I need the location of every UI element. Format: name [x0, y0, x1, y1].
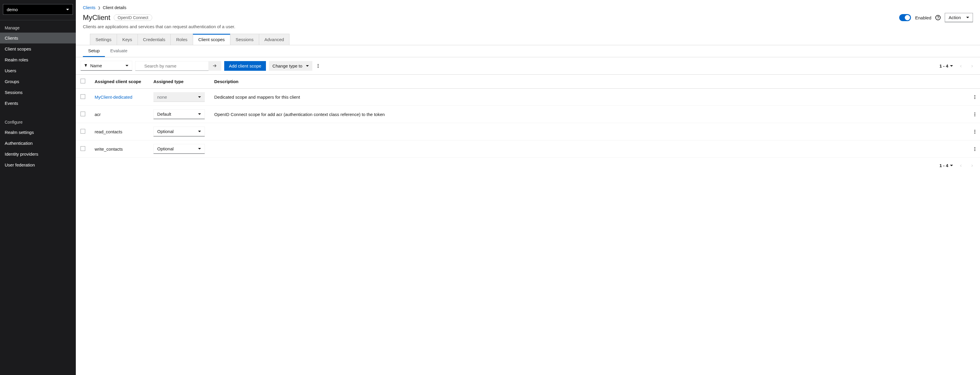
- prev-page-button[interactable]: ‹: [958, 63, 964, 69]
- toolbar: Name Add client scope Change type to: [76, 57, 980, 75]
- table-row: read_contacts Optional: [76, 123, 980, 140]
- next-page-button[interactable]: ›: [969, 63, 975, 69]
- change-type-dropdown[interactable]: Change type to: [269, 61, 312, 71]
- tab-settings[interactable]: Settings: [90, 34, 117, 45]
- chevron-down-icon: [198, 96, 201, 98]
- sidebar-item-authentication[interactable]: Authentication: [0, 138, 76, 149]
- toolbar-left: Name Add client scope Change type to: [81, 61, 321, 74]
- add-client-scope-button[interactable]: Add client scope: [224, 61, 266, 71]
- tab-roles[interactable]: Roles: [170, 34, 192, 45]
- sidebar-item-identity-providers[interactable]: Identity providers: [0, 149, 76, 159]
- enabled-label: Enabled: [915, 15, 931, 20]
- change-type-label: Change type to: [272, 64, 302, 68]
- chevron-down-icon: [126, 65, 129, 66]
- row-checkbox[interactable]: [81, 94, 85, 99]
- breadcrumb-current: Client details: [103, 5, 126, 10]
- chevron-down-icon: [198, 131, 201, 132]
- toolbar-right: 1 - 4 ‹ ›: [939, 63, 975, 69]
- sidebar: demo Manage Clients Client scopes Realm …: [0, 0, 76, 375]
- footer-pagination: 1 - 4 ‹ ›: [76, 158, 980, 173]
- page-header: Clients ❯ Client details MyClient OpenID…: [76, 0, 980, 33]
- page-info: 1 - 4: [939, 163, 948, 168]
- sidebar-item-client-scopes[interactable]: Client scopes: [0, 43, 76, 54]
- row-kebab-menu[interactable]: [974, 95, 975, 99]
- col-header-scope: Assigned client scope: [90, 75, 149, 89]
- chevron-right-icon: ❯: [98, 6, 100, 10]
- page-info: 1 - 4: [939, 64, 948, 68]
- row-kebab-menu[interactable]: [974, 147, 975, 151]
- scope-link[interactable]: MyClient-dedicated: [95, 95, 132, 100]
- title-right: Enabled ? Action: [899, 13, 973, 22]
- sidebar-item-realm-settings[interactable]: Realm settings: [0, 127, 76, 138]
- filter-icon: [84, 64, 88, 68]
- search-input[interactable]: [135, 61, 208, 71]
- chevron-down-icon: [966, 17, 969, 18]
- sidebar-item-groups[interactable]: Groups: [0, 76, 76, 87]
- table-row: acr Default OpenID Connect scope for add…: [76, 106, 980, 123]
- nav-section-configure: Configure: [0, 114, 76, 127]
- realm-name: demo: [7, 7, 18, 12]
- sidebar-item-realm-roles[interactable]: Realm roles: [0, 54, 76, 65]
- assigned-type-select[interactable]: Optional: [153, 127, 205, 137]
- chevron-down-icon: [950, 165, 953, 166]
- prev-page-button[interactable]: ‹: [958, 162, 964, 168]
- toolbar-kebab-menu[interactable]: [315, 62, 321, 70]
- chevron-down-icon: [198, 148, 201, 149]
- chevron-down-icon: [66, 9, 69, 10]
- client-scopes-table: Assigned client scope Assigned type Desc…: [76, 75, 980, 158]
- realm-selector[interactable]: demo: [3, 4, 73, 15]
- breadcrumb-link-clients[interactable]: Clients: [83, 5, 95, 10]
- row-kebab-menu[interactable]: [974, 130, 975, 133]
- filter-attribute-select[interactable]: Name: [81, 61, 132, 71]
- page-description: Clients are applications and services th…: [83, 24, 973, 29]
- chevron-down-icon: [950, 65, 953, 67]
- secondary-tabs: Setup Evaluate: [76, 45, 980, 57]
- main-content: Clients ❯ Client details MyClient OpenID…: [76, 0, 980, 375]
- page-title: MyClient: [83, 14, 110, 22]
- scope-description: [210, 123, 970, 140]
- sidebar-item-user-federation[interactable]: User federation: [0, 159, 76, 170]
- action-dropdown[interactable]: Action: [945, 13, 973, 22]
- chevron-down-icon: [198, 113, 201, 115]
- select-all-checkbox[interactable]: [81, 79, 85, 83]
- assigned-type-select[interactable]: Default: [153, 109, 205, 119]
- enabled-toggle[interactable]: [899, 14, 911, 21]
- page-info-dropdown[interactable]: 1 - 4: [939, 64, 953, 68]
- next-page-button[interactable]: ›: [969, 162, 975, 168]
- protocol-badge: OpenID Connect: [114, 14, 152, 21]
- row-checkbox[interactable]: [81, 129, 85, 133]
- breadcrumb: Clients ❯ Client details: [83, 5, 973, 10]
- col-header-type: Assigned type: [149, 75, 210, 89]
- nav-section-manage: Manage: [0, 20, 76, 33]
- action-label: Action: [948, 15, 961, 20]
- scope-name: read_contacts: [90, 123, 149, 140]
- subtab-evaluate[interactable]: Evaluate: [105, 45, 132, 57]
- row-kebab-menu[interactable]: [974, 113, 975, 116]
- table-row: MyClient-dedicated none Dedicated scope …: [76, 89, 980, 106]
- scope-description: Dedicated scope and mappers for this cli…: [210, 89, 970, 106]
- row-checkbox[interactable]: [81, 111, 85, 116]
- help-icon[interactable]: ?: [935, 15, 940, 20]
- sidebar-item-users[interactable]: Users: [0, 65, 76, 76]
- col-header-desc: Description: [210, 75, 970, 89]
- sidebar-item-sessions[interactable]: Sessions: [0, 87, 76, 98]
- sidebar-item-events[interactable]: Events: [0, 98, 76, 109]
- filter-label: Name: [90, 63, 102, 68]
- assigned-type-select[interactable]: none: [153, 92, 205, 102]
- page-info-dropdown[interactable]: 1 - 4: [939, 163, 953, 168]
- arrow-right-icon: [213, 64, 217, 68]
- tab-keys[interactable]: Keys: [117, 34, 137, 45]
- row-checkbox[interactable]: [81, 146, 85, 151]
- search-submit-button[interactable]: [208, 61, 221, 71]
- tab-client-scopes[interactable]: Client scopes: [193, 34, 230, 45]
- scope-description: [210, 140, 970, 158]
- subtab-setup[interactable]: Setup: [83, 45, 105, 57]
- table-row: write_contacts Optional: [76, 140, 980, 158]
- scope-name: write_contacts: [90, 140, 149, 158]
- tab-credentials[interactable]: Credentials: [137, 34, 171, 45]
- assigned-type-select[interactable]: Optional: [153, 144, 205, 154]
- tab-sessions[interactable]: Sessions: [230, 34, 259, 45]
- sidebar-item-clients[interactable]: Clients: [0, 33, 76, 43]
- primary-tabs: Settings Keys Credentials Roles Client s…: [76, 34, 980, 45]
- tab-advanced[interactable]: Advanced: [259, 34, 290, 45]
